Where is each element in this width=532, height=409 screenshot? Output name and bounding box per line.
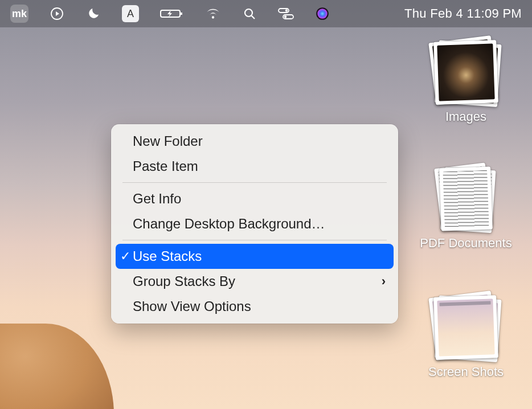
menu-item-label: Paste Item [133,158,198,174]
menubar: mk A Thu Feb 4 11:09 PM [0,0,532,27]
stack-images[interactable]: Images [409,41,523,124]
svg-line-4 [252,16,255,19]
menu-item-label: Change Desktop Background… [133,216,325,232]
stack-label: PDF Documents [409,236,523,251]
svg-point-3 [245,9,252,17]
battery-charging-icon[interactable] [159,6,185,22]
keyboard-input-icon[interactable]: A [122,5,139,22]
svg-point-8 [284,15,287,18]
menu-item-label: Get Info [133,191,181,207]
desktop-context-menu: New Folder Paste Item Get Info Change De… [111,124,398,324]
menu-item-label: Use Stacks [133,248,202,264]
check-icon: ✓ [120,249,130,264]
stack-label: Images [409,109,523,124]
menu-item-label: New Folder [133,133,203,149]
play-icon[interactable] [49,6,65,22]
stack-screen-shots[interactable]: Screen Shots [409,296,523,379]
menu-new-folder[interactable]: New Folder [116,129,394,154]
menu-get-info[interactable]: Get Info [116,186,394,211]
menu-paste-item[interactable]: Paste Item [116,154,394,179]
stack-thumb [435,296,497,359]
menu-show-view-options[interactable]: Show View Options [116,294,394,319]
moon-icon[interactable] [85,6,101,22]
app-logo[interactable]: mk [10,5,28,23]
menu-item-label: Group Stacks By [133,273,235,289]
stack-thumb [435,41,497,104]
stack-pdf-documents[interactable]: PDF Documents [409,167,523,251]
svg-rect-2 [181,13,182,15]
wifi-icon[interactable] [205,6,221,22]
menu-item-label: Show View Options [133,298,251,314]
menu-separator [122,240,387,240]
chevron-right-icon: › [382,274,386,289]
search-icon[interactable] [242,6,257,22]
stack-thumb [435,167,497,230]
wallpaper-foreground-rock [0,324,114,409]
menu-separator [122,182,387,183]
menu-change-desktop-background[interactable]: Change Desktop Background… [116,211,394,236]
siri-icon[interactable] [314,6,330,22]
svg-point-6 [285,9,288,11]
stack-label: Screen Shots [409,365,523,379]
control-center-icon[interactable] [278,6,294,22]
svg-point-10 [317,9,327,18]
menu-use-stacks[interactable]: ✓ Use Stacks [116,244,394,269]
menu-group-stacks-by[interactable]: Group Stacks By › [116,269,394,294]
menubar-clock[interactable]: Thu Feb 4 11:09 PM [404,6,522,21]
